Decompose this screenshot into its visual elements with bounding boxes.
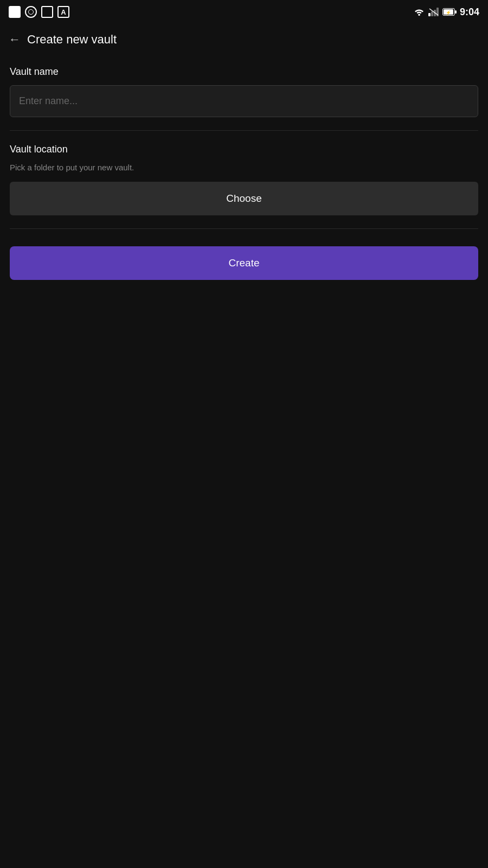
page-title: Create new vault <box>27 33 117 47</box>
app-icon-image <box>41 6 53 18</box>
create-button[interactable]: Create <box>10 246 478 280</box>
status-bar: A ⚡ 9:04 <box>0 0 488 24</box>
vault-location-subtitle: Pick a folder to put your new vault. <box>10 163 478 172</box>
battery-icon: ⚡ <box>442 8 457 16</box>
content-area: Vault name Vault location Pick a folder … <box>0 55 488 291</box>
app-icon-square <box>9 6 21 18</box>
vault-name-section: Vault name <box>10 66 478 117</box>
vault-name-input[interactable] <box>10 85 478 117</box>
svg-rect-7 <box>455 10 457 14</box>
status-bar-right: ⚡ 9:04 <box>413 7 479 18</box>
back-arrow-icon: ← <box>9 33 21 47</box>
svg-text:⚡: ⚡ <box>446 10 451 15</box>
back-button[interactable]: ← <box>9 30 21 49</box>
svg-rect-2 <box>431 11 433 16</box>
vault-name-label: Vault name <box>10 66 478 78</box>
vault-location-label: Vault location <box>10 144 478 155</box>
time-display: 9:04 <box>460 7 479 18</box>
toolbar: ← Create new vault <box>0 24 488 55</box>
signal-icon <box>428 8 439 16</box>
status-bar-left: A <box>9 6 69 18</box>
vault-location-section: Vault location Pick a folder to put your… <box>10 144 478 215</box>
svg-rect-1 <box>428 13 431 16</box>
app-icon-target <box>25 6 37 18</box>
choose-button[interactable]: Choose <box>10 182 478 215</box>
wifi-icon <box>413 8 425 16</box>
divider-1 <box>10 130 478 131</box>
app-icon-a: A <box>57 6 69 18</box>
divider-2 <box>10 228 478 229</box>
svg-point-0 <box>418 14 420 16</box>
